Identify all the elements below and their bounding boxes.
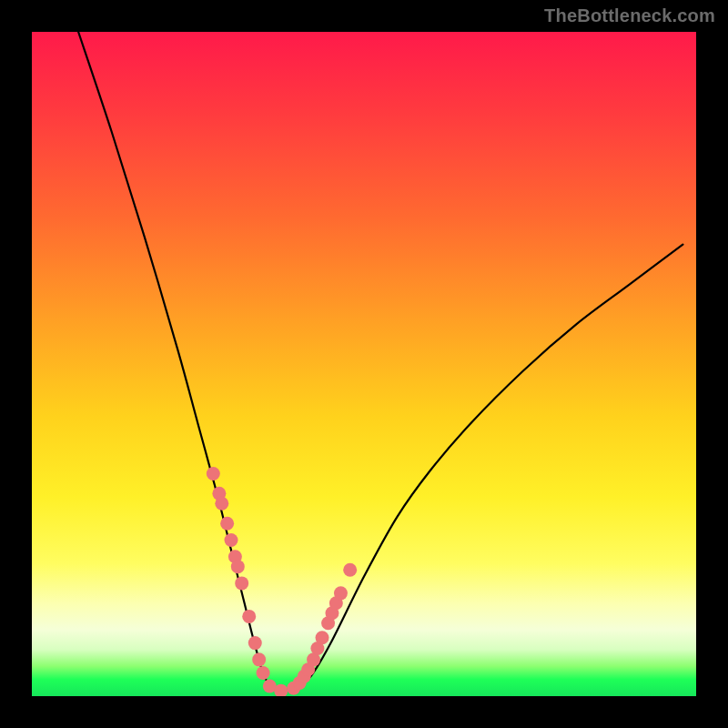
plot-area: [32, 32, 696, 696]
highlight-dots-group: [207, 467, 357, 696]
highlight-dot: [248, 636, 262, 650]
highlight-dot: [207, 467, 220, 480]
highlight-dot: [215, 497, 228, 511]
bottleneck-curve-line: [78, 32, 682, 691]
highlight-dot: [343, 563, 357, 577]
highlight-dot: [252, 652, 266, 666]
highlight-dot: [242, 610, 256, 623]
highlight-dot: [257, 666, 270, 680]
highlight-dot: [316, 631, 329, 644]
chart-frame: TheBottleneck.com: [0, 0, 728, 728]
chart-svg: [32, 32, 696, 696]
highlight-dot: [220, 517, 234, 531]
watermark-text: TheBottleneck.com: [544, 5, 715, 26]
highlight-dot: [225, 533, 238, 547]
highlight-dot: [231, 560, 245, 573]
highlight-dot: [235, 576, 248, 590]
highlight-dot: [334, 586, 348, 600]
